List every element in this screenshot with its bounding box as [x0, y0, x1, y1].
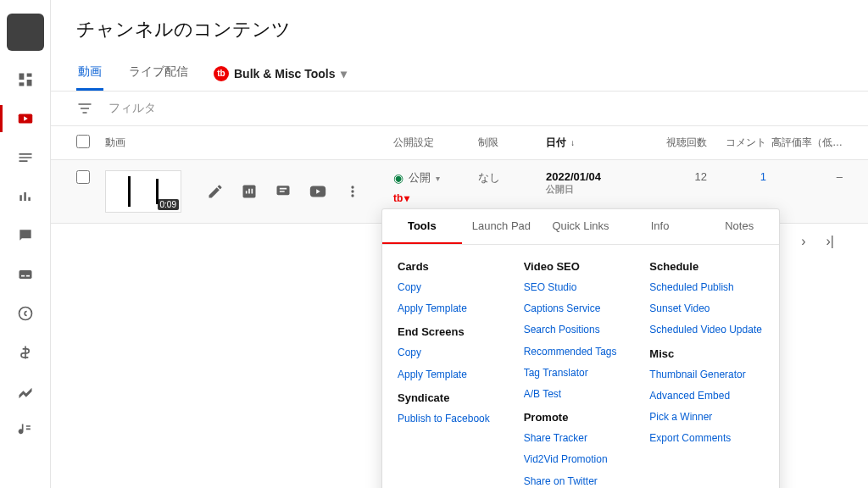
bulk-tools-tab[interactable]: tb Bulk & Misc Tools ▾ — [214, 66, 347, 81]
tab-videos[interactable]: 動画 — [76, 56, 103, 91]
share-tracker-link[interactable]: Share Tracker — [524, 430, 638, 446]
select-all-checkbox[interactable] — [76, 135, 90, 148]
views-cell: 12 — [639, 170, 707, 183]
date-cell: 2022/01/04 公開日 — [546, 170, 639, 196]
filter-bar: フィルタ — [51, 92, 868, 126]
seo-studio-link[interactable]: SEO Studio — [524, 280, 638, 296]
visibility-label[interactable]: 公開 — [409, 170, 431, 186]
tubebuddy-badge-icon: tb — [214, 66, 229, 81]
comments-cell[interactable]: 1 — [707, 170, 766, 183]
chevron-down-icon[interactable]: ▾ — [436, 174, 440, 183]
col-restrict[interactable]: 制限 — [478, 136, 546, 150]
filter-icon[interactable] — [76, 100, 93, 117]
export-comments-link[interactable]: Export Comments — [649, 430, 764, 446]
svg-point-13 — [351, 190, 353, 192]
endscreens-heading: End Screens — [398, 325, 512, 338]
restrict-cell: なし — [478, 170, 546, 186]
sort-arrow-icon: ↓ — [570, 138, 575, 147]
cards-copy-link[interactable]: Copy — [398, 280, 512, 296]
duration-badge: 0:09 — [158, 199, 179, 210]
syndicate-heading: Syndicate — [398, 391, 512, 404]
youtube-icon[interactable] — [309, 182, 327, 201]
cards-heading: Cards — [398, 260, 512, 273]
dd-tab-tools[interactable]: Tools — [382, 209, 462, 244]
dd-tab-info[interactable]: Info — [620, 209, 700, 244]
sunset-video-link[interactable]: Sunset Video — [649, 301, 764, 317]
left-rail — [0, 0, 51, 488]
svg-rect-7 — [25, 275, 29, 277]
dropdown-tabs: Tools Launch Pad Quick Links Info Notes — [382, 209, 779, 245]
svg-point-12 — [351, 186, 353, 188]
promote-heading: Promote — [524, 411, 638, 424]
scheduled-update-link[interactable]: Scheduled Video Update — [649, 322, 764, 338]
filter-placeholder[interactable]: フィルタ — [108, 101, 156, 116]
endscreens-apply-link[interactable]: Apply Template — [398, 367, 512, 383]
misc-heading: Misc — [649, 347, 764, 360]
next-page-icon[interactable]: › — [801, 234, 805, 249]
page-header: チャンネルのコンテンツ — [51, 0, 868, 49]
content-icon[interactable] — [15, 108, 36, 129]
share-twitter-link[interactable]: Share on Twitter — [524, 474, 638, 489]
endscreens-copy-link[interactable]: Copy — [398, 345, 512, 361]
content-tabs: 動画 ライブ配信 tb Bulk & Misc Tools ▾ — [51, 49, 868, 92]
search-positions-link[interactable]: Search Positions — [524, 322, 638, 338]
pick-winner-link[interactable]: Pick a Winner — [649, 409, 764, 425]
schedule-heading: Schedule — [649, 260, 764, 273]
svg-rect-2 — [26, 80, 31, 86]
svg-rect-10 — [277, 186, 290, 195]
col-video[interactable]: 動画 — [105, 136, 393, 150]
playlist-icon[interactable] — [15, 147, 36, 168]
tubebuddy-dropdown: Tools Launch Pad Quick Links Info Notes … — [381, 208, 780, 488]
tag-translator-link[interactable]: Tag Translator — [524, 365, 638, 381]
comments-icon[interactable] — [15, 225, 36, 246]
channel-avatar[interactable] — [7, 14, 44, 51]
comments-icon[interactable] — [275, 183, 292, 200]
video-thumbnail[interactable]: 0:09 — [105, 170, 181, 213]
recommended-tags-link[interactable]: Recommended Tags — [524, 344, 638, 360]
col-views[interactable]: 視聴回数 — [639, 136, 707, 150]
analytics-icon[interactable] — [15, 186, 36, 207]
monetization-icon[interactable] — [15, 342, 36, 363]
dashboard-icon[interactable] — [15, 69, 36, 90]
public-eye-icon: ◉ — [393, 171, 403, 185]
svg-rect-3 — [19, 82, 24, 86]
scheduled-publish-link[interactable]: Scheduled Publish — [649, 280, 764, 296]
advanced-embed-link[interactable]: Advanced Embed — [649, 388, 764, 404]
row-checkbox[interactable] — [76, 170, 90, 184]
vid2vid-link[interactable]: Vid2Vid Promotion — [524, 452, 638, 468]
col-likes[interactable]: 高評価率（低… — [766, 136, 843, 150]
row-actions — [207, 182, 361, 201]
tubebuddy-row-trigger[interactable]: tb▾ — [393, 192, 478, 204]
bulk-tools-label: Bulk & Misc Tools — [234, 67, 336, 80]
table-header: 動画 公開設定 制限 日付 ↓ 視聴回数 コメント 高評価率（低… — [51, 126, 868, 160]
dd-tab-quicklinks[interactable]: Quick Links — [541, 209, 620, 244]
analytics-icon[interactable] — [241, 183, 258, 200]
dd-tab-notes[interactable]: Notes — [699, 209, 779, 244]
col-comments[interactable]: コメント — [707, 136, 766, 150]
svg-rect-1 — [26, 74, 31, 77]
visibility-cell: ◉ 公開 ▾ tb▾ — [393, 170, 478, 204]
ab-test-link[interactable]: A/B Test — [524, 386, 638, 402]
audio-icon[interactable] — [15, 420, 36, 441]
tab-live[interactable]: ライブ配信 — [127, 56, 190, 91]
publish-facebook-link[interactable]: Publish to Facebook — [398, 411, 512, 427]
more-icon[interactable] — [344, 183, 361, 200]
subtitles-icon[interactable] — [15, 264, 36, 285]
dd-tab-launchpad[interactable]: Launch Pad — [462, 209, 542, 244]
dropdown-body: Cards Copy Apply Template End Screens Co… — [382, 245, 779, 488]
col-date[interactable]: 日付 ↓ — [546, 136, 639, 150]
chevron-down-icon: ▾ — [341, 67, 347, 80]
videoseo-heading: Video SEO — [524, 260, 638, 273]
last-page-icon[interactable]: ›| — [826, 234, 834, 249]
likes-cell: – — [766, 170, 843, 183]
page-title: チャンネルのコンテンツ — [76, 17, 843, 42]
col-visibility[interactable]: 公開設定 — [393, 136, 478, 150]
svg-rect-0 — [19, 74, 24, 80]
copyright-icon[interactable] — [15, 303, 36, 324]
svg-rect-5 — [19, 270, 31, 279]
thumbnail-generator-link[interactable]: Thumbnail Generator — [649, 367, 764, 383]
cards-apply-link[interactable]: Apply Template — [398, 301, 512, 317]
customize-icon[interactable] — [15, 381, 36, 402]
captions-service-link[interactable]: Captions Service — [524, 301, 638, 317]
edit-icon[interactable] — [207, 183, 224, 200]
